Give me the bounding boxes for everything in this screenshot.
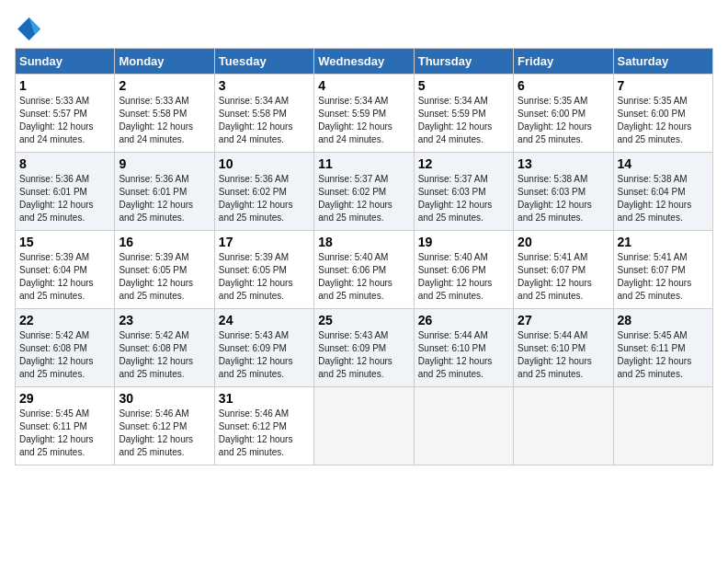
day-info: Sunrise: 5:38 AMSunset: 6:03 PMDaylight:… <box>518 173 609 224</box>
weekday-header: Wednesday <box>314 49 414 75</box>
day-number: 12 <box>418 156 509 171</box>
day-number: 16 <box>119 235 210 249</box>
calendar-table: SundayMondayTuesdayWednesdayThursdayFrid… <box>15 48 713 465</box>
day-number: 15 <box>19 235 110 249</box>
day-number: 29 <box>19 391 110 406</box>
calendar-cell <box>414 387 513 465</box>
calendar-cell: 7Sunrise: 5:35 AMSunset: 6:00 PMDaylight… <box>613 75 712 153</box>
day-info: Sunrise: 5:45 AMSunset: 6:11 PMDaylight:… <box>19 408 110 459</box>
day-info: Sunrise: 5:46 AMSunset: 6:12 PMDaylight:… <box>119 408 210 459</box>
day-number: 3 <box>219 78 310 93</box>
calendar-cell: 11Sunrise: 5:37 AMSunset: 6:02 PMDayligh… <box>314 153 414 231</box>
weekday-header: Monday <box>115 49 214 75</box>
calendar-cell: 15Sunrise: 5:39 AMSunset: 6:04 PMDayligh… <box>16 231 115 309</box>
weekday-header: Thursday <box>414 49 513 75</box>
calendar-cell: 16Sunrise: 5:39 AMSunset: 6:05 PMDayligh… <box>115 231 214 309</box>
day-info: Sunrise: 5:36 AMSunset: 6:01 PMDaylight:… <box>119 173 210 224</box>
calendar-week-row: 1Sunrise: 5:33 AMSunset: 5:57 PMDaylight… <box>16 75 713 153</box>
day-info: Sunrise: 5:44 AMSunset: 6:10 PMDaylight:… <box>518 329 609 381</box>
calendar-cell <box>613 387 712 465</box>
day-number: 26 <box>418 313 509 327</box>
day-number: 27 <box>518 313 609 327</box>
day-number: 23 <box>119 313 210 327</box>
day-info: Sunrise: 5:35 AMSunset: 6:00 PMDaylight:… <box>518 95 609 146</box>
calendar-cell: 20Sunrise: 5:41 AMSunset: 6:07 PMDayligh… <box>514 231 613 309</box>
day-info: Sunrise: 5:33 AMSunset: 5:57 PMDaylight:… <box>19 95 110 146</box>
calendar-cell: 26Sunrise: 5:44 AMSunset: 6:10 PMDayligh… <box>414 309 513 387</box>
day-info: Sunrise: 5:35 AMSunset: 6:00 PMDaylight:… <box>618 95 709 146</box>
calendar-cell: 4Sunrise: 5:34 AMSunset: 5:59 PMDaylight… <box>314 75 414 153</box>
calendar-cell: 8Sunrise: 5:36 AMSunset: 6:01 PMDaylight… <box>16 153 115 231</box>
calendar-cell: 6Sunrise: 5:35 AMSunset: 6:00 PMDaylight… <box>514 75 613 153</box>
day-info: Sunrise: 5:45 AMSunset: 6:11 PMDaylight:… <box>618 329 709 381</box>
day-number: 7 <box>618 78 709 93</box>
day-number: 5 <box>418 78 509 93</box>
day-info: Sunrise: 5:42 AMSunset: 6:08 PMDaylight:… <box>119 329 210 381</box>
calendar-cell: 5Sunrise: 5:34 AMSunset: 5:59 PMDaylight… <box>414 75 513 153</box>
day-info: Sunrise: 5:46 AMSunset: 6:12 PMDaylight:… <box>219 408 310 459</box>
day-info: Sunrise: 5:39 AMSunset: 6:04 PMDaylight:… <box>19 251 110 303</box>
calendar-cell: 27Sunrise: 5:44 AMSunset: 6:10 PMDayligh… <box>514 309 613 387</box>
day-number: 25 <box>318 313 409 327</box>
day-info: Sunrise: 5:34 AMSunset: 5:59 PMDaylight:… <box>318 95 409 146</box>
day-number: 19 <box>418 235 509 249</box>
calendar-cell <box>314 387 414 465</box>
calendar-cell <box>514 387 613 465</box>
calendar-week-row: 8Sunrise: 5:36 AMSunset: 6:01 PMDaylight… <box>16 153 713 231</box>
day-info: Sunrise: 5:33 AMSunset: 5:58 PMDaylight:… <box>119 95 210 146</box>
day-info: Sunrise: 5:43 AMSunset: 6:09 PMDaylight:… <box>219 329 310 381</box>
day-number: 31 <box>219 391 310 406</box>
day-number: 17 <box>219 235 310 249</box>
calendar-cell: 14Sunrise: 5:38 AMSunset: 6:04 PMDayligh… <box>613 153 712 231</box>
calendar-cell: 17Sunrise: 5:39 AMSunset: 6:05 PMDayligh… <box>214 231 313 309</box>
day-info: Sunrise: 5:37 AMSunset: 6:03 PMDaylight:… <box>418 173 509 224</box>
day-number: 11 <box>318 156 409 171</box>
calendar-cell: 18Sunrise: 5:40 AMSunset: 6:06 PMDayligh… <box>314 231 414 309</box>
weekday-header: Saturday <box>613 49 712 75</box>
day-number: 13 <box>518 156 609 171</box>
day-number: 21 <box>618 235 709 249</box>
day-number: 9 <box>119 156 210 171</box>
day-info: Sunrise: 5:44 AMSunset: 6:10 PMDaylight:… <box>418 329 509 381</box>
day-info: Sunrise: 5:39 AMSunset: 6:05 PMDaylight:… <box>219 251 310 303</box>
calendar-cell: 13Sunrise: 5:38 AMSunset: 6:03 PMDayligh… <box>514 153 613 231</box>
day-number: 18 <box>318 235 409 249</box>
calendar-cell: 3Sunrise: 5:34 AMSunset: 5:58 PMDaylight… <box>214 75 313 153</box>
day-number: 8 <box>19 156 110 171</box>
calendar-header: SundayMondayTuesdayWednesdayThursdayFrid… <box>16 49 713 75</box>
day-info: Sunrise: 5:42 AMSunset: 6:08 PMDaylight:… <box>19 329 110 381</box>
calendar-cell: 10Sunrise: 5:36 AMSunset: 6:02 PMDayligh… <box>214 153 313 231</box>
calendar-body: 1Sunrise: 5:33 AMSunset: 5:57 PMDaylight… <box>16 75 713 465</box>
day-number: 22 <box>19 313 110 327</box>
day-info: Sunrise: 5:43 AMSunset: 6:09 PMDaylight:… <box>318 329 409 381</box>
day-number: 2 <box>119 78 210 93</box>
calendar-cell: 12Sunrise: 5:37 AMSunset: 6:03 PMDayligh… <box>414 153 513 231</box>
day-info: Sunrise: 5:40 AMSunset: 6:06 PMDaylight:… <box>318 251 409 303</box>
day-number: 1 <box>19 78 110 93</box>
calendar-week-row: 15Sunrise: 5:39 AMSunset: 6:04 PMDayligh… <box>16 231 713 309</box>
calendar-week-row: 22Sunrise: 5:42 AMSunset: 6:08 PMDayligh… <box>16 309 713 387</box>
weekday-header: Friday <box>514 49 613 75</box>
day-info: Sunrise: 5:41 AMSunset: 6:07 PMDaylight:… <box>618 251 709 303</box>
calendar-cell: 1Sunrise: 5:33 AMSunset: 5:57 PMDaylight… <box>16 75 115 153</box>
calendar-week-row: 29Sunrise: 5:45 AMSunset: 6:11 PMDayligh… <box>16 387 713 465</box>
calendar-cell: 19Sunrise: 5:40 AMSunset: 6:06 PMDayligh… <box>414 231 513 309</box>
header <box>15 15 713 40</box>
day-info: Sunrise: 5:34 AMSunset: 5:59 PMDaylight:… <box>418 95 509 146</box>
day-info: Sunrise: 5:41 AMSunset: 6:07 PMDaylight:… <box>518 251 609 303</box>
calendar-cell: 9Sunrise: 5:36 AMSunset: 6:01 PMDaylight… <box>115 153 214 231</box>
day-number: 4 <box>318 78 409 93</box>
day-number: 6 <box>518 78 609 93</box>
day-info: Sunrise: 5:40 AMSunset: 6:06 PMDaylight:… <box>418 251 509 303</box>
calendar-cell: 29Sunrise: 5:45 AMSunset: 6:11 PMDayligh… <box>16 387 115 465</box>
calendar-cell: 23Sunrise: 5:42 AMSunset: 6:08 PMDayligh… <box>115 309 214 387</box>
day-number: 30 <box>119 391 210 406</box>
day-info: Sunrise: 5:36 AMSunset: 6:02 PMDaylight:… <box>219 173 310 224</box>
day-number: 24 <box>219 313 310 327</box>
calendar-cell: 21Sunrise: 5:41 AMSunset: 6:07 PMDayligh… <box>613 231 712 309</box>
logo <box>15 15 44 40</box>
calendar-cell: 28Sunrise: 5:45 AMSunset: 6:11 PMDayligh… <box>613 309 712 387</box>
day-info: Sunrise: 5:34 AMSunset: 5:58 PMDaylight:… <box>219 95 310 146</box>
day-number: 28 <box>618 313 709 327</box>
day-number: 10 <box>219 156 310 171</box>
